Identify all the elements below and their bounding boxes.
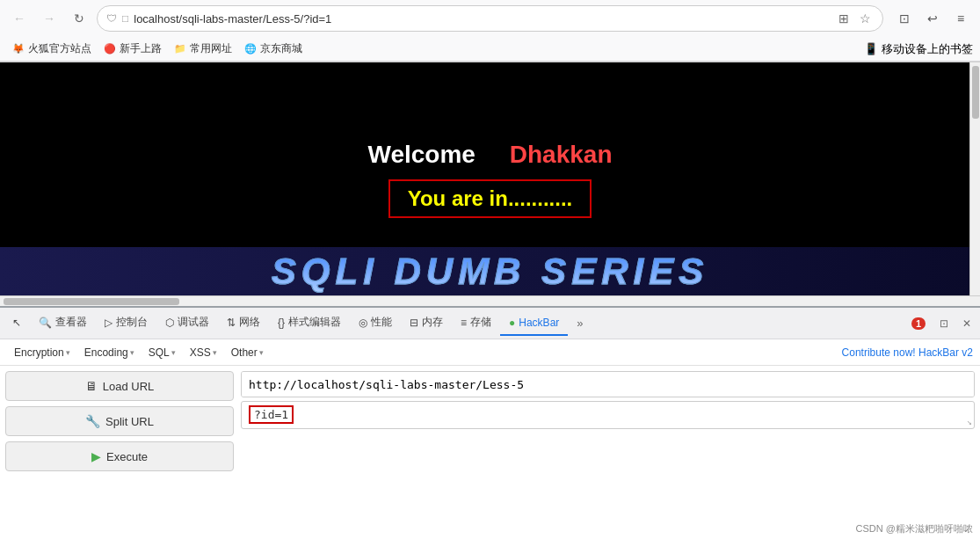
encoding-label: Encoding — [84, 346, 128, 359]
menu-xss[interactable]: XSS ▾ — [183, 344, 224, 361]
error-count-badge[interactable]: 1 — [906, 314, 931, 333]
mobile-bookmarks-label: 移动设备上的书签 — [882, 41, 973, 57]
tab-inspector[interactable]: 🔍 查看器 — [30, 310, 96, 337]
bookmark-label: 京东商城 — [260, 41, 302, 56]
split-url-icon: 🔧 — [85, 414, 100, 428]
contribute-link[interactable]: Contribute now! HackBar v2 — [842, 346, 973, 359]
tab-console[interactable]: ▷ 控制台 — [96, 310, 156, 337]
folder-icon: 📁 — [174, 43, 186, 55]
menu-other[interactable]: Other ▾ — [224, 344, 271, 361]
execute-button[interactable]: ▶ Execute — [5, 441, 234, 471]
jd-icon: 🌐 — [244, 43, 257, 55]
memory-icon: ⊟ — [410, 317, 418, 329]
tab-label: 存储 — [470, 315, 491, 330]
you-are-in-text: You are in........... — [408, 186, 573, 210]
params-highlighted: ?id=1 — [249, 405, 294, 424]
welcome-name: Dhakkan — [510, 141, 613, 168]
bookmark-common-urls[interactable]: 📁 常用网址 — [169, 40, 237, 58]
tab-label: 性能 — [371, 315, 392, 330]
qr-button[interactable]: ⊞ — [836, 9, 852, 28]
tab-hackbar[interactable]: ● HackBar — [500, 311, 568, 336]
undo-button[interactable]: ↩ — [920, 6, 945, 31]
other-arrow: ▾ — [259, 348, 264, 357]
web-content: Welcome Dhakkan You are in........... SQ… — [0, 62, 980, 295]
bookmark-label: 火狐官方站点 — [28, 41, 91, 56]
back-button[interactable]: ← — [7, 6, 32, 31]
menu-button[interactable]: ≡ — [948, 6, 973, 31]
split-url-button[interactable]: 🔧 Split URL — [5, 406, 234, 436]
params-area[interactable]: ?id=1 ↘ — [241, 401, 975, 429]
tab-label: 控制台 — [116, 315, 148, 330]
banner-text: SQLI DUMB SERIES — [272, 251, 708, 293]
mobile-icon: 📱 — [864, 42, 878, 55]
xss-arrow: ▾ — [213, 348, 217, 357]
browser-toolbar-right: ⊡ ↩ ≡ — [892, 6, 973, 31]
responsive-design-button[interactable]: ⊡ — [934, 314, 954, 333]
other-label: Other — [231, 346, 258, 359]
tab-label: HackBar — [519, 317, 559, 329]
encryption-label: Encryption — [14, 346, 64, 359]
tab-performance[interactable]: ◎ 性能 — [350, 310, 401, 337]
menu-encoding[interactable]: Encoding ▾ — [77, 344, 142, 361]
hackbar-body: 🖥 Load URL 🔧 Split URL ▶ Execute http://… — [0, 366, 980, 539]
address-bar[interactable]: 🛡 □ localhost/sqli-labs-master/Less-5/?i… — [97, 5, 883, 32]
debugger-icon: ⬡ — [165, 317, 174, 329]
encryption-arrow: ▾ — [66, 348, 70, 357]
tab-storage[interactable]: ≡ 存储 — [452, 310, 500, 337]
hackbar-left-panel: 🖥 Load URL 🔧 Split URL ▶ Execute — [5, 371, 234, 539]
web-scrollbar[interactable] — [969, 62, 980, 295]
bookmark-jd[interactable]: 🌐 京东商城 — [239, 40, 308, 58]
bookmark-firefox[interactable]: 🦊 火狐官方站点 — [7, 40, 97, 58]
sql-arrow: ▾ — [171, 348, 176, 357]
scrollbar-thumb[interactable] — [972, 66, 979, 119]
load-url-label: Load URL — [103, 380, 155, 393]
hscrollbar-thumb[interactable] — [4, 298, 179, 305]
resize-handle[interactable]: ↘ — [967, 417, 972, 426]
page-icon: □ — [122, 12, 128, 25]
devtools-tab-bar: ↖ 🔍 查看器 ▷ 控制台 ⬡ 调试器 ⇅ 网络 {} 样式编辑器 ◎ 性能 ⊟… — [0, 308, 980, 339]
devtools-right-icons: 1 ⊡ ✕ — [906, 314, 976, 333]
load-url-button[interactable]: 🖥 Load URL — [5, 371, 234, 401]
extension-button[interactable]: ⊡ — [892, 6, 917, 31]
sqli-banner: SQLI DUMB SERIES — [0, 247, 980, 295]
menu-encryption[interactable]: Encryption ▾ — [7, 344, 77, 361]
bookmark-beginner[interactable]: 🔴 新手上路 — [98, 40, 167, 58]
mobile-bookmarks: 📱 移动设备上的书签 — [864, 41, 973, 57]
console-icon: ▷ — [105, 317, 113, 329]
sql-label: SQL — [149, 346, 170, 359]
menu-sql[interactable]: SQL ▾ — [142, 344, 183, 361]
bookmark-button[interactable]: ☆ — [857, 9, 874, 28]
url-input[interactable]: http://localhost/sqli-labs-master/Less-5 — [241, 371, 975, 397]
hackbar-menubar: Encryption ▾ Encoding ▾ SQL ▾ XSS ▾ Othe… — [0, 339, 980, 366]
web-hscrollbar[interactable] — [0, 295, 980, 306]
tab-inspector-icon[interactable]: ↖ — [4, 311, 30, 336]
storage-icon: ≡ — [461, 317, 467, 329]
page-body: Welcome Dhakkan You are in........... — [341, 114, 638, 244]
forward-button[interactable]: → — [37, 6, 62, 31]
hackbar-right-panel: http://localhost/sqli-labs-master/Less-5… — [241, 371, 975, 539]
tab-label: 调试器 — [178, 315, 209, 330]
firefox-icon: 🦊 — [12, 43, 25, 55]
refresh-button[interactable]: ↻ — [67, 6, 91, 31]
csdn-watermark: CSDN @糯米滋粑啪呀啪哝 — [856, 522, 973, 535]
tab-style-editor[interactable]: {} 样式编辑器 — [269, 310, 350, 337]
you-are-in-box: You are in........... — [388, 179, 592, 218]
error-badge: 1 — [911, 317, 926, 330]
tab-debugger[interactable]: ⬡ 调试器 — [156, 310, 218, 337]
xss-label: XSS — [190, 346, 211, 359]
tab-network[interactable]: ⇅ 网络 — [218, 310, 269, 337]
welcome-label: Welcome — [367, 141, 475, 168]
url-display: localhost/sqli-labs-master/Less-5/?id=1 — [134, 12, 831, 25]
close-devtools-button[interactable]: ✕ — [957, 314, 976, 333]
watermark-text: CSDN @糯米滋粑啪呀啪哝 — [856, 523, 973, 534]
inspector-icon: 🔍 — [39, 317, 52, 329]
more-tabs-button[interactable]: » — [570, 311, 590, 335]
tab-label: 网络 — [239, 315, 260, 330]
browser-chrome: ← → ↻ 🛡 □ localhost/sqli-labs-master/Les… — [0, 0, 980, 62]
load-url-icon: 🖥 — [85, 379, 98, 393]
style-icon: {} — [278, 317, 285, 329]
browser-titlebar: ← → ↻ 🛡 □ localhost/sqli-labs-master/Les… — [0, 0, 980, 37]
shield-icon: 🛡 — [106, 12, 117, 25]
tab-label: 样式编辑器 — [288, 315, 341, 330]
tab-memory[interactable]: ⊟ 内存 — [401, 310, 452, 337]
